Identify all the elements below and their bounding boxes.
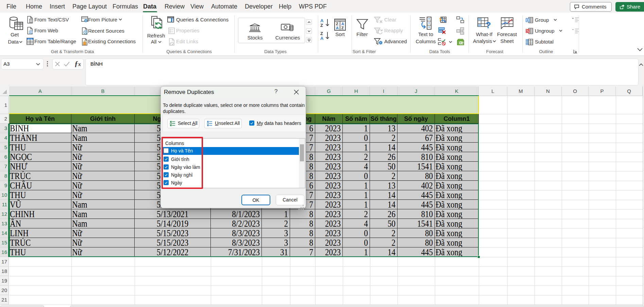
svg-text:A: A bbox=[341, 22, 344, 26]
svg-text:?: ? bbox=[486, 20, 491, 30]
svg-text:Z: Z bbox=[320, 31, 323, 36]
svg-text:A: A bbox=[320, 36, 324, 40]
svg-text:Z: Z bbox=[336, 22, 338, 26]
svg-text:A: A bbox=[336, 26, 339, 30]
svg-text:Z: Z bbox=[320, 23, 323, 27]
svg-text:A: A bbox=[320, 18, 324, 23]
svg-text:Z: Z bbox=[341, 26, 344, 30]
